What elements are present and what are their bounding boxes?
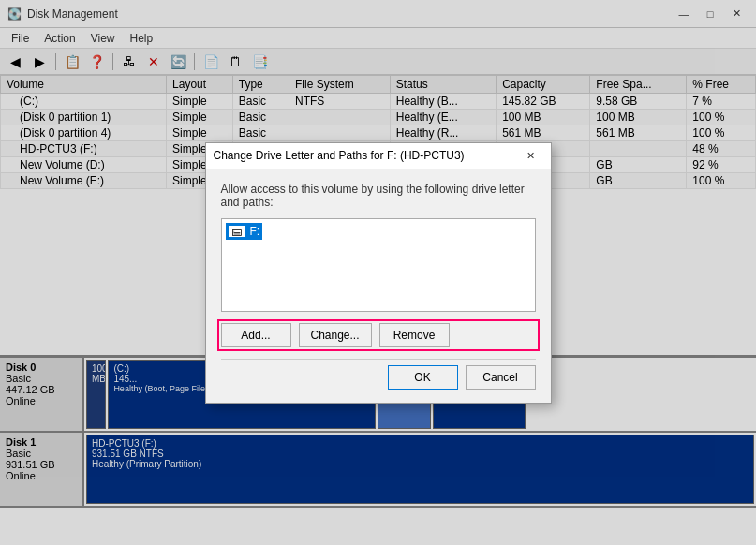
modal-dialog: Change Drive Letter and Paths for F: (HD…: [205, 142, 552, 404]
modal-overlay: Change Drive Letter and Paths for F: (HD…: [0, 0, 756, 545]
path-entry-label: F:: [250, 225, 260, 238]
modal-action-buttons-group: Add... Change... Remove: [221, 323, 536, 347]
drive-icon: 🖴: [229, 226, 245, 237]
path-entry[interactable]: 🖴 F:: [226, 223, 263, 240]
modal-title-bar: Change Drive Letter and Paths for F: (HD…: [206, 143, 551, 169]
modal-body: Allow access to this volume by using the…: [206, 169, 551, 403]
modal-remove-button[interactable]: Remove: [379, 323, 450, 347]
modal-close-button[interactable]: ✕: [519, 146, 543, 165]
modal-ok-button[interactable]: OK: [388, 365, 458, 390]
modal-add-button[interactable]: Add...: [221, 323, 291, 347]
modal-title: Change Drive Letter and Paths for F: (HD…: [214, 149, 465, 162]
modal-description: Allow access to this volume by using the…: [221, 183, 536, 209]
modal-ok-cancel-group: OK Cancel: [221, 359, 536, 390]
modal-change-button[interactable]: Change...: [299, 323, 372, 347]
modal-cancel-button[interactable]: Cancel: [466, 365, 536, 390]
path-list: 🖴 F:: [221, 218, 536, 312]
